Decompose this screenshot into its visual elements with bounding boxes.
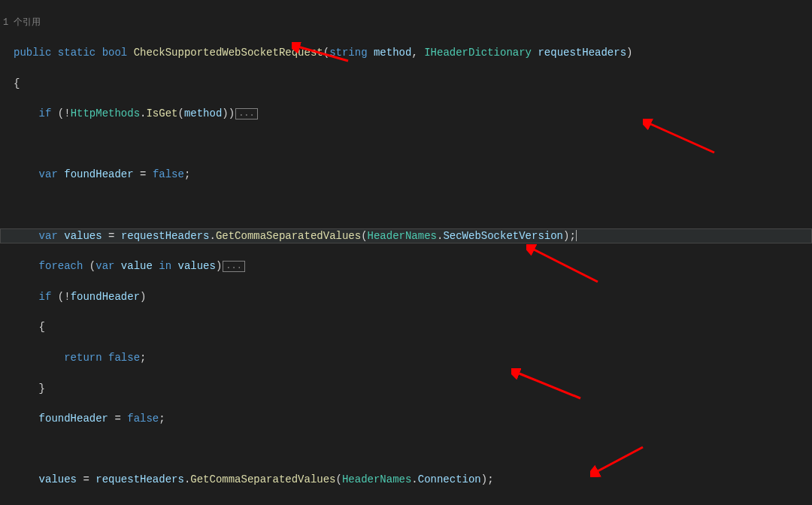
paren: ( [89,260,95,272]
code-line[interactable]: if (!foundHeader) [0,289,812,304]
var-values: values [39,473,77,485]
method-getcomma: GetCommaSeparatedValues [190,473,335,485]
semicolon: ; [487,473,493,485]
brace-open: { [39,321,45,333]
semicolon: ; [184,168,190,180]
keyword-return: return [64,352,102,364]
keyword-public: public [14,47,51,59]
keyword-var: var [95,260,114,272]
op-not: ! [64,291,70,303]
var-values: values [64,230,102,242]
op-eq: = [134,168,153,180]
code-line[interactable]: public static bool CheckSupportedWebSock… [0,45,812,60]
type-iheaderdictionary: IHeaderDictionary [424,47,532,59]
code-line[interactable]: { [0,76,812,91]
paren: ( [336,473,342,485]
param-method: method [374,47,411,59]
paren: ) [626,47,632,59]
keyword-if: if [39,291,52,303]
code-editor[interactable]: 1 个引用 public static bool CheckSupportedW… [0,0,812,505]
keyword-bool: bool [102,47,128,59]
param-requestheaders: requestHeaders [538,47,626,59]
semicolon: ; [159,413,165,425]
paren: ( [361,230,367,242]
dot: . [210,230,216,242]
code-line[interactable]: foundHeader = false; [0,411,812,426]
method-getcomma: GetCommaSeparatedValues [216,230,361,242]
code-line[interactable] [0,137,812,152]
op-eq: = [102,230,121,242]
code-line[interactable]: var foundHeader = false; [0,167,812,182]
code-line[interactable]: foreach (var value in values)... [0,259,812,274]
paren: ( [58,291,64,303]
code-line[interactable]: return false; [0,350,812,365]
keyword-false: false [127,413,159,425]
paren: ( [177,107,183,119]
var-requestheaders: requestHeaders [95,473,184,485]
code-line[interactable]: values = requestHeaders.GetCommaSeparate… [0,472,812,487]
paren: ( [58,107,64,119]
class-headernames: HeaderNames [342,473,411,485]
method-isget: IsGet [146,107,177,119]
code-line-current[interactable]: var values = requestHeaders.GetCommaSepa… [0,228,812,243]
var-method: method [184,107,222,119]
var-requestheaders: requestHeaders [121,230,210,242]
type-string: string [329,47,367,59]
var-values: values [178,260,216,272]
comma: , [411,47,424,59]
code-line[interactable]: { [0,319,812,334]
brace-close: } [39,383,45,395]
dot: . [411,473,417,485]
keyword-foreach: foreach [39,260,83,272]
paren: ) [481,473,487,485]
class-httpmethods: HttpMethods [71,107,140,119]
var-foundheader: foundHeader [64,168,133,180]
keyword-in: in [159,260,171,272]
var-foundheader: foundHeader [71,291,140,303]
paren: ) [229,107,235,119]
prop-connection: Connection [418,473,481,485]
var-value: value [121,260,153,272]
reference-count[interactable]: 1 个引用 [0,17,812,29]
paren: ) [140,291,146,303]
code-line[interactable]: if (!HttpMethods.IsGet(method))... [0,106,812,121]
paren: ( [323,47,329,59]
var-foundheader: foundHeader [39,413,108,425]
collapsed-region[interactable]: ... [235,108,258,119]
code-line[interactable]: } [0,381,812,396]
class-headernames: HeaderNames [368,230,437,242]
keyword-false: false [108,352,140,364]
keyword-var: var [39,168,58,180]
keyword-static: static [58,47,95,59]
collapsed-region[interactable]: ... [223,261,245,272]
code-line[interactable] [0,198,812,213]
semicolon: ; [569,230,575,242]
semicolon: ; [140,352,146,364]
keyword-false: false [153,168,184,180]
keyword-var: var [39,230,58,242]
paren: ) [222,107,228,119]
op-not: ! [64,107,70,119]
paren: ) [216,260,222,272]
op-eq: = [108,413,127,425]
op-eq: = [77,473,95,485]
keyword-if: if [39,107,52,119]
method-name: CheckSupportedWebSocketRequest [134,47,323,59]
prop-secversion: SecWebSocketVersion [443,230,563,242]
caret [576,230,577,241]
brace-open: { [14,77,20,89]
code-line[interactable] [0,442,812,457]
